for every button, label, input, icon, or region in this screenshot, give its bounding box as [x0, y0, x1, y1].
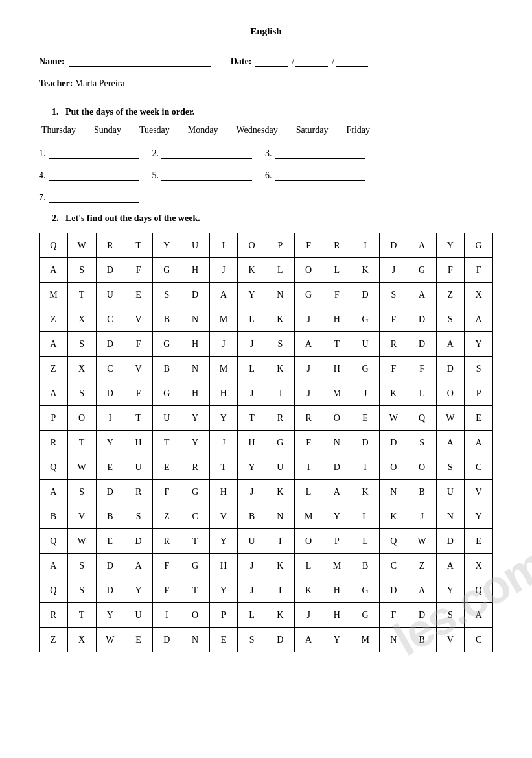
ws-cell: D — [323, 455, 351, 480]
ws-cell: D — [408, 307, 436, 332]
ws-cell: N — [380, 480, 408, 504]
answer-line-5 — [161, 169, 252, 181]
ws-cell: Q — [465, 578, 493, 603]
ws-cell: J — [238, 381, 266, 406]
ws-cell: H — [323, 578, 351, 603]
ws-cell: K — [266, 357, 295, 381]
ws-cell: K — [294, 578, 323, 603]
ws-cell: N — [266, 283, 295, 307]
day-friday: Friday — [346, 125, 370, 136]
ws-cell: J — [266, 381, 295, 406]
ws-cell: Y — [465, 332, 493, 357]
day-saturday: Saturday — [296, 125, 329, 136]
ws-cell: O — [294, 258, 323, 283]
ws-cell: Y — [96, 431, 124, 455]
ws-cell: Y — [436, 233, 465, 258]
date-input-line3 — [336, 55, 368, 67]
ws-cell: A — [40, 332, 68, 357]
ws-cell: D — [96, 578, 124, 603]
ws-cell: G — [181, 554, 209, 578]
ws-cell: B — [351, 554, 380, 578]
ws-cell: E — [465, 406, 493, 431]
ws-cell: F — [465, 258, 493, 283]
ws-cell: W — [67, 233, 96, 258]
ws-cell: H — [323, 603, 351, 628]
ws-cell: B — [153, 357, 181, 381]
answer-2: 2. — [152, 147, 253, 159]
ws-cell: V — [124, 357, 153, 381]
ws-cell: J — [294, 357, 323, 381]
ws-cell: D — [380, 233, 408, 258]
ws-cell: G — [153, 258, 181, 283]
ws-cell: F — [153, 578, 181, 603]
ws-cell: R — [40, 431, 68, 455]
ws-cell: T — [67, 283, 96, 307]
ws-cell: P — [40, 406, 68, 431]
ws-cell: V — [67, 504, 96, 529]
answer-num-1: 1. — [39, 148, 46, 159]
name-label: Name: — [39, 56, 65, 67]
ws-cell: F — [323, 283, 351, 307]
ws-cell: T — [181, 529, 209, 554]
ws-cell: U — [153, 406, 181, 431]
ws-cell: Y — [209, 529, 238, 554]
ws-cell: Y — [436, 578, 465, 603]
ws-cell: T — [67, 603, 96, 628]
ws-cell: F — [124, 258, 153, 283]
ws-cell: S — [67, 480, 96, 504]
ws-cell: D — [153, 628, 181, 652]
ws-cell: X — [67, 307, 96, 332]
ws-cell: A — [294, 332, 323, 357]
ws-cell: F — [408, 357, 436, 381]
ws-cell: U — [436, 480, 465, 504]
ws-cell: Q — [40, 233, 68, 258]
answer-6: 6. — [265, 169, 365, 181]
days-list: Thursday Sunday Tuesday Monday Wednesday… — [39, 125, 493, 136]
ws-cell: J — [238, 332, 266, 357]
ws-cell: N — [436, 504, 465, 529]
q2-number: 2. — [52, 213, 59, 223]
ws-cell: E — [124, 628, 153, 652]
ws-cell: Y — [465, 504, 493, 529]
ws-cell: O — [181, 603, 209, 628]
ws-cell: Z — [153, 504, 181, 529]
ws-cell: Q — [40, 578, 68, 603]
ws-cell: W — [408, 529, 436, 554]
ws-cell: C — [465, 628, 493, 652]
ws-cell: S — [380, 283, 408, 307]
name-input-line — [69, 55, 211, 67]
wordsearch-grid: QWRTYUIOPFRIDAYGASDFGHJKLOLKJGFFMTUESDAY… — [39, 233, 493, 652]
day-monday: Monday — [188, 125, 218, 136]
ws-cell: S — [153, 283, 181, 307]
ws-cell: F — [380, 603, 408, 628]
ws-cell: B — [238, 504, 266, 529]
ws-cell: S — [67, 554, 96, 578]
ws-cell: Q — [408, 406, 436, 431]
question-2: 2. Let's find out the days of the week. … — [39, 213, 493, 652]
ws-cell: A — [209, 283, 238, 307]
answer-line-6 — [275, 169, 365, 181]
teacher-name: Marta Pereira — [75, 78, 125, 88]
ws-cell: D — [351, 283, 380, 307]
ws-cell: D — [436, 529, 465, 554]
answer-line-4 — [49, 169, 139, 181]
ws-cell: L — [323, 258, 351, 283]
ws-cell: Z — [408, 554, 436, 578]
ws-cell: S — [67, 332, 96, 357]
ws-cell: Y — [238, 283, 266, 307]
ws-cell: Q — [380, 529, 408, 554]
ws-cell: K — [238, 258, 266, 283]
ws-cell: J — [209, 332, 238, 357]
ws-cell: R — [181, 455, 209, 480]
ws-cell: U — [124, 603, 153, 628]
ws-cell: A — [465, 307, 493, 332]
ws-cell: D — [351, 431, 380, 455]
ws-cell: S — [436, 307, 465, 332]
ws-cell: G — [408, 258, 436, 283]
ws-cell: I — [294, 455, 323, 480]
answer-line-2 — [161, 147, 252, 159]
ws-cell: R — [124, 480, 153, 504]
ws-cell: H — [323, 307, 351, 332]
q1-title: 1. Put the days of the week in order. — [39, 107, 493, 117]
ws-cell: N — [181, 628, 209, 652]
